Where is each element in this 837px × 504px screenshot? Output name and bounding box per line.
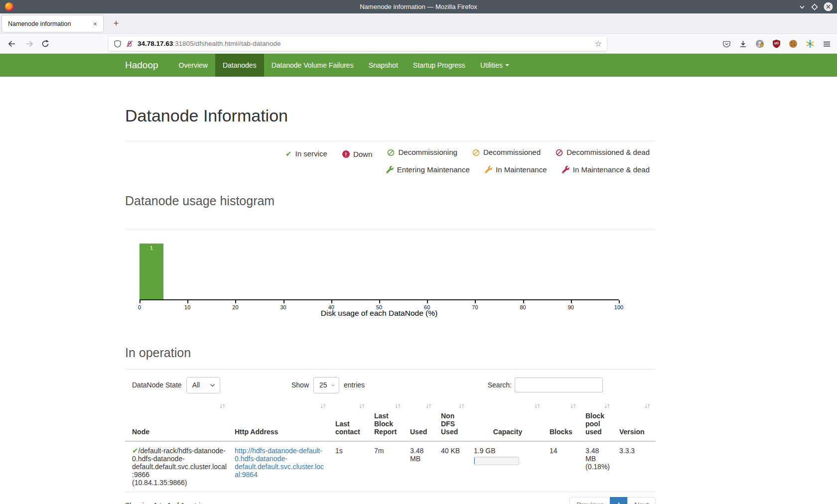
datanode-http-link[interactable]: http://hdfs-datanode-default- 0.hdfs-dat… xyxy=(235,447,324,479)
axis-tick xyxy=(140,300,140,303)
col-header-capacity[interactable]: Capacity xyxy=(470,400,546,441)
sort-icon[interactable] xyxy=(644,403,651,409)
nav-item-snapshot[interactable]: Snapshot xyxy=(361,54,406,77)
nav-item-datanode-volume-failures[interactable]: Datanode Volume Failures xyxy=(264,54,361,77)
show-entries-select[interactable]: 25 xyxy=(313,377,339,393)
tab-strip: Namenode information × + xyxy=(0,13,837,34)
col-header-http-address[interactable]: Http Address xyxy=(231,400,331,441)
nav-item-utilities[interactable]: Utilities xyxy=(473,54,517,77)
pagination-page-1[interactable]: 1 xyxy=(610,497,628,504)
sort-icon[interactable] xyxy=(219,403,226,409)
reload-icon[interactable] xyxy=(40,39,50,49)
pagination-next[interactable]: Next xyxy=(627,497,656,504)
cookie-icon[interactable] xyxy=(789,39,798,48)
sort-icon[interactable] xyxy=(534,403,541,409)
menu-icon[interactable] xyxy=(823,40,831,48)
legend-decommissioned-dead: Decommissioned & dead xyxy=(556,148,650,157)
exclamation-circle-icon: ! xyxy=(342,150,350,158)
nav-item-startup-progress[interactable]: Startup Progress xyxy=(406,54,473,77)
in-service-check-icon: ✔ xyxy=(132,446,139,455)
table-row: ✔/default-rack/hdfs-datanode- 0.hdfs-dat… xyxy=(125,441,656,492)
shield-permissions-icon[interactable] xyxy=(114,40,122,48)
wrench-icon xyxy=(485,166,492,173)
col-header-blocks[interactable]: Blocks xyxy=(546,400,581,441)
histogram-bar: 1 xyxy=(140,244,163,299)
cell-last-block-report: 7m xyxy=(370,441,406,492)
url-bar[interactable]: 34.78.17.63:31805/dfshealth.html#tab-dat… xyxy=(109,36,607,51)
cell-used: 3.48 MB xyxy=(406,441,437,492)
close-window-icon[interactable] xyxy=(824,2,833,11)
wrench-icon xyxy=(562,166,569,173)
cell-last-contact: 1s xyxy=(331,441,370,492)
axis-tick-label: 100 xyxy=(614,304,623,310)
cell-block-pool-used: 3.48 MB (0.18%) xyxy=(581,441,615,492)
sort-icon[interactable] xyxy=(570,403,576,409)
entries-label: entries xyxy=(344,381,365,389)
insecure-lock-icon[interactable] xyxy=(126,40,134,48)
nav-item-overview[interactable]: Overview xyxy=(171,54,215,77)
pagination-previous[interactable]: Previous xyxy=(569,497,610,504)
nav-item-datanodes[interactable]: Datanodes xyxy=(215,54,264,77)
axis-tick-label: 0 xyxy=(138,304,141,310)
cell-blocks: 14 xyxy=(546,441,581,492)
sort-icon[interactable] xyxy=(604,403,610,409)
back-icon[interactable] xyxy=(7,39,17,49)
tab-close-icon[interactable]: × xyxy=(91,19,99,28)
browser-tab[interactable]: Namenode information × xyxy=(2,15,103,32)
svg-text:uO: uO xyxy=(774,41,779,45)
col-header-version[interactable]: Version xyxy=(615,400,656,441)
window-title: Namenode information — Mozilla Firefox xyxy=(0,0,837,13)
bookmark-star-icon[interactable]: ☆ xyxy=(595,39,602,48)
axis-tick xyxy=(475,300,476,303)
maximize-icon[interactable] xyxy=(811,3,818,10)
sort-icon[interactable] xyxy=(458,403,465,409)
new-tab-button[interactable]: + xyxy=(110,17,123,30)
col-header-last-block-report[interactable]: Last Block Report xyxy=(370,400,406,441)
cell-version: 3.3.3 xyxy=(615,441,656,492)
datanode-table: Node Http Address Last contact Last Bloc… xyxy=(125,400,656,492)
brand-hadoop[interactable]: Hadoop xyxy=(125,54,158,77)
axis-tick-label: 10 xyxy=(184,304,190,310)
cell-node: ✔/default-rack/hdfs-datanode- 0.hdfs-dat… xyxy=(125,441,231,492)
status-legend: ✔ In service ! Down Decommissioning De xyxy=(125,148,656,175)
sort-icon[interactable] xyxy=(425,403,432,409)
forward-icon[interactable] xyxy=(24,39,34,49)
minimize-icon[interactable] xyxy=(799,3,806,10)
col-header-used[interactable]: Used xyxy=(406,400,437,441)
datanode-state-select[interactable]: All xyxy=(186,377,220,393)
axis-tick-label: 80 xyxy=(520,304,526,310)
ban-icon xyxy=(387,149,395,156)
url-text[interactable]: 34.78.17.63:31805/dfshealth.html#tab-dat… xyxy=(138,40,281,47)
table-info: Showing 1 to 1 of 1 entries xyxy=(125,502,208,504)
search-input[interactable] xyxy=(515,378,603,392)
sparkle-extension-icon[interactable] xyxy=(806,39,815,48)
extension-lock-icon[interactable] xyxy=(755,39,764,48)
col-header-node[interactable]: Node xyxy=(125,400,231,441)
check-icon: ✔ xyxy=(285,149,292,158)
col-header-block-pool-used[interactable]: Block pool used xyxy=(581,400,615,441)
pagination: Previous 1 Next xyxy=(570,497,656,504)
axis-tick-label: 50 xyxy=(376,304,382,310)
table-header-row: Node Http Address Last contact Last Bloc… xyxy=(125,400,656,441)
show-label: Show xyxy=(291,381,309,389)
axis-tick xyxy=(187,300,188,303)
col-header-last-contact[interactable]: Last contact xyxy=(331,400,370,441)
tab-title: Namenode information xyxy=(8,20,91,27)
download-icon[interactable] xyxy=(739,40,747,48)
sort-icon[interactable] xyxy=(359,403,365,409)
pocket-icon[interactable] xyxy=(722,40,731,48)
legend-entering-maintenance: Entering Maintenance xyxy=(386,165,470,174)
axis-tick-label: 70 xyxy=(472,304,478,310)
axis-tick xyxy=(379,300,380,303)
axis-tick-label: 20 xyxy=(232,304,238,310)
wrench-icon xyxy=(386,166,394,173)
sort-icon[interactable] xyxy=(320,403,326,409)
legend-decommissioning: Decommissioning xyxy=(387,148,457,157)
ublock-icon[interactable]: uO xyxy=(772,39,781,48)
histogram-section-title: Datanode usage histogram xyxy=(125,193,656,208)
sort-icon[interactable] xyxy=(395,403,401,409)
legend-in-maintenance: In Maintenance xyxy=(485,165,547,174)
usage-histogram: Disk usage of each DataNode (%) 01020304… xyxy=(125,230,656,317)
url-host: 34.78.17.63 xyxy=(138,40,173,47)
col-header-non-dfs-used[interactable]: Non DFS Used xyxy=(437,400,470,441)
